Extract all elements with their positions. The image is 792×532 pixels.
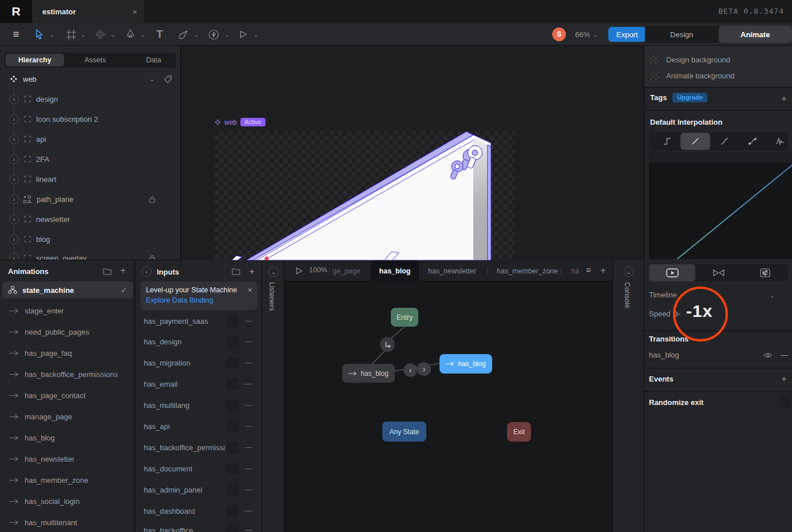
remove-transition-icon[interactable]: — bbox=[781, 351, 788, 359]
input-checkbox[interactable] bbox=[227, 505, 239, 517]
transition-left-icon[interactable]: ‹ bbox=[403, 363, 417, 377]
interpolation-graph[interactable] bbox=[649, 153, 792, 259]
randomize-exit-checkbox[interactable] bbox=[779, 396, 790, 408]
tree-item[interactable]: › Icon subscription 2 bbox=[0, 113, 181, 125]
expand-icon[interactable]: › bbox=[9, 215, 19, 224]
input-clear-icon[interactable]: — bbox=[245, 316, 252, 325]
node-state-from[interactable]: has_blog bbox=[342, 364, 395, 383]
tree-item[interactable]: › design bbox=[0, 93, 181, 105]
chevron-down-icon[interactable]: ⌄ bbox=[149, 76, 155, 83]
tree-item[interactable]: › blog bbox=[0, 233, 181, 245]
folder-icon[interactable] bbox=[232, 268, 240, 275]
expand-icon[interactable]: › bbox=[9, 174, 19, 184]
input-clear-icon[interactable]: — bbox=[245, 443, 252, 451]
close-icon[interactable]: × bbox=[248, 285, 252, 295]
graph-tab[interactable]: has_newsletter bbox=[428, 260, 476, 281]
play-icon[interactable] bbox=[295, 267, 303, 275]
menu-icon[interactable]: ≡ bbox=[8, 23, 24, 46]
transition-row[interactable]: has_blog — bbox=[649, 351, 788, 359]
input-checkbox[interactable] bbox=[227, 315, 239, 327]
graph-tab-active[interactable]: has_blog bbox=[371, 260, 419, 281]
shapes-tool-icon[interactable] bbox=[93, 23, 107, 46]
speed-stepper-icon[interactable] bbox=[672, 308, 682, 320]
add-event-icon[interactable]: + bbox=[781, 374, 787, 384]
expand-icon[interactable]: › bbox=[9, 114, 19, 124]
interp-hold-icon[interactable] bbox=[653, 133, 681, 150]
input-clear-icon[interactable]: — bbox=[245, 379, 252, 388]
tree-item[interactable]: › newsletter bbox=[0, 213, 181, 225]
tab-design[interactable]: Design bbox=[645, 26, 719, 43]
tree-item[interactable]: › screen_overlay bbox=[0, 252, 181, 260]
transition-condition-icon[interactable] bbox=[380, 337, 395, 352]
tab-data[interactable]: Data bbox=[126, 54, 180, 66]
design-background-swatch[interactable] bbox=[650, 55, 659, 64]
mode-transition-icon[interactable] bbox=[695, 264, 742, 281]
input-clear-icon[interactable]: — bbox=[245, 400, 252, 409]
input-clear-icon[interactable]: — bbox=[245, 485, 252, 494]
bolt-tool-dropdown[interactable]: ⌄ bbox=[223, 23, 231, 46]
interp-bezier-icon[interactable] bbox=[738, 133, 766, 150]
lock-icon[interactable] bbox=[149, 255, 156, 261]
frame-tool-dropdown[interactable]: ⌄ bbox=[79, 23, 87, 46]
close-tab-icon[interactable]: × bbox=[132, 7, 137, 17]
knife-tool-dropdown[interactable]: ⌄ bbox=[192, 23, 200, 46]
tree-item[interactable]: › lineart bbox=[0, 173, 181, 185]
artboard[interactable] bbox=[215, 131, 515, 260]
add-tab-icon[interactable]: + bbox=[600, 265, 606, 275]
input-checkbox[interactable] bbox=[227, 484, 239, 496]
artboard-label[interactable]: web Active bbox=[215, 118, 266, 126]
tree-item[interactable]: › 2FA bbox=[0, 153, 181, 165]
avatar[interactable]: S bbox=[552, 27, 566, 41]
animation-item[interactable]: has_page_contact bbox=[9, 390, 85, 400]
animation-item[interactable]: has_newsletter bbox=[9, 454, 74, 464]
tab-list-icon[interactable]: ≡ bbox=[586, 265, 591, 275]
lock-icon[interactable] bbox=[149, 196, 156, 203]
input-checkbox[interactable] bbox=[227, 525, 239, 532]
animation-item[interactable]: manage_page bbox=[9, 411, 72, 422]
tab-assets[interactable]: Assets bbox=[66, 54, 125, 66]
rive-logo[interactable]: R bbox=[0, 0, 32, 23]
graph-tab-clipped-right[interactable]: ha bbox=[571, 260, 579, 281]
animation-item[interactable]: stage_enter bbox=[9, 305, 64, 316]
interp-cubic-icon[interactable] bbox=[710, 133, 738, 150]
text-tool-icon[interactable]: T bbox=[153, 23, 166, 46]
node-state-to-selected[interactable]: has_blog bbox=[439, 354, 492, 374]
input-checkbox[interactable] bbox=[227, 336, 239, 348]
input-clear-icon[interactable]: — bbox=[245, 358, 252, 367]
interp-elastic-icon[interactable] bbox=[766, 133, 792, 150]
add-animation-icon[interactable]: + bbox=[120, 265, 126, 275]
expand-icon[interactable]: › bbox=[9, 134, 19, 144]
expand-icon[interactable]: › bbox=[9, 154, 19, 164]
collapse-inputs-icon[interactable]: › bbox=[141, 267, 152, 277]
zoom-level-control[interactable]: 66% ⌄ bbox=[575, 23, 598, 46]
play-tool-icon[interactable] bbox=[236, 23, 250, 46]
upgrade-badge[interactable]: Upgrade bbox=[672, 93, 707, 102]
graph-tab[interactable]: has_member_zone bbox=[497, 260, 558, 281]
tab-animate[interactable]: Animate bbox=[719, 26, 792, 43]
bolt-tool-icon[interactable] bbox=[206, 23, 221, 46]
animation-item[interactable]: has_multitenant bbox=[9, 517, 77, 527]
timeline-dropdown-icon[interactable]: ⌄ bbox=[770, 292, 775, 299]
expand-icon[interactable]: › bbox=[9, 194, 19, 204]
mode-preview-icon[interactable] bbox=[649, 264, 695, 281]
input-checkbox[interactable] bbox=[227, 357, 239, 369]
animation-item[interactable]: need_public_pages bbox=[9, 327, 89, 337]
add-tag-icon[interactable]: + bbox=[781, 94, 787, 104]
add-input-icon[interactable]: + bbox=[249, 267, 255, 276]
input-checkbox[interactable] bbox=[227, 420, 239, 432]
tree-item[interactable]: › api bbox=[0, 133, 181, 145]
animation-item[interactable]: has_member_zone bbox=[9, 475, 88, 485]
tree-item[interactable]: › path_plane bbox=[0, 193, 181, 205]
expand-console-icon[interactable]: ⌄ bbox=[624, 267, 634, 277]
animation-item[interactable]: has_blog bbox=[9, 432, 55, 443]
tree-item-artboard-web[interactable]: web ⌄ bbox=[0, 73, 181, 85]
animation-item[interactable]: has_backoffice_permissions bbox=[9, 369, 118, 379]
expand-icon[interactable]: › bbox=[9, 253, 19, 261]
tab-hierarchy[interactable]: Hierarchy bbox=[6, 54, 64, 66]
state-machine-graph[interactable]: 100% ge_page has_blog has_newsletter has… bbox=[284, 260, 612, 532]
input-clear-icon[interactable]: — bbox=[245, 506, 252, 515]
input-checkbox[interactable] bbox=[227, 378, 239, 390]
pen-tool-dropdown[interactable]: ⌄ bbox=[138, 23, 146, 46]
animate-background-swatch[interactable] bbox=[650, 71, 659, 80]
playback-zoom-value[interactable]: 100% bbox=[309, 266, 327, 274]
